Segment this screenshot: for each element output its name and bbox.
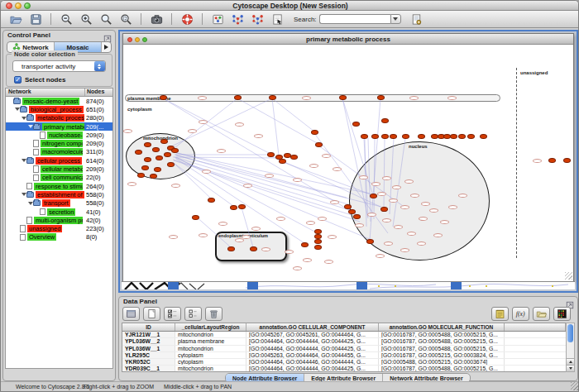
import-icon[interactable]: [533, 307, 550, 321]
graph-node[interactable]: [164, 152, 171, 157]
graph-node[interactable]: [548, 158, 556, 163]
graph-node[interactable]: [348, 209, 356, 214]
graph-node[interactable]: [250, 246, 257, 251]
select-attributes-icon[interactable]: [164, 307, 181, 321]
graph-node[interactable]: [311, 130, 318, 135]
help-icon[interactable]: [179, 12, 194, 26]
background-window-fragments[interactable]: [122, 281, 575, 289]
tree-item[interactable]: secretion41(0): [6, 208, 112, 216]
expand-arrow-icon[interactable]: [27, 202, 33, 205]
column-header[interactable]: _cellularLayoutRegion: [175, 323, 246, 331]
graph-node[interactable]: [144, 157, 151, 162]
scroll-up-button[interactable]: [567, 358, 574, 365]
scrollbar-thumb[interactable]: [567, 324, 573, 342]
unselect-attributes-icon[interactable]: [184, 307, 202, 321]
graph-node[interactable]: [315, 142, 323, 147]
graph-node[interactable]: [380, 207, 388, 212]
zoom-out-icon[interactable]: [59, 12, 74, 26]
notepad-icon[interactable]: [491, 307, 509, 321]
graph-node[interactable]: [450, 134, 457, 139]
graph-node[interactable]: [381, 118, 389, 123]
graph-node[interactable]: [301, 242, 309, 247]
graph-node[interactable]: [361, 134, 368, 139]
tab-overflow-arrow[interactable]: [102, 42, 111, 52]
save-session-icon[interactable]: [409, 12, 424, 26]
graph-node[interactable]: [366, 239, 374, 244]
tree-item[interactable]: transport558(0): [6, 199, 112, 208]
heatmap-icon[interactable]: [553, 307, 571, 321]
tree-item[interactable]: nucleobase-209(0): [6, 131, 112, 139]
annotation-icon[interactable]: [270, 12, 285, 26]
graph-node[interactable]: [227, 246, 235, 251]
expand-arrow-icon[interactable]: [21, 193, 26, 196]
graph-node[interactable]: [234, 95, 242, 100]
tree-item[interactable]: metabolic process280(0): [6, 114, 112, 122]
graph-node[interactable]: [371, 134, 379, 139]
tree-item[interactable]: response to stimulu264(0): [6, 182, 112, 190]
window-resize-grip[interactable]: [565, 272, 572, 280]
create-attribute-icon[interactable]: [143, 307, 160, 321]
table-row[interactable]: YDR039C__1mitochondrion[GO:0044464, GO:0…: [122, 366, 566, 372]
tree-item[interactable]: primary metabo209(...: [6, 122, 112, 131]
tree-item[interactable]: unassigned223(0): [6, 224, 112, 232]
delete-attribute-icon[interactable]: [205, 307, 223, 321]
graph-node[interactable]: [160, 139, 168, 144]
expand-arrow-icon[interactable]: [14, 108, 20, 111]
graph-node[interactable]: [381, 134, 389, 139]
table-row[interactable]: YKR052Ccytoplasm[GO:0044464, GO:0044446,…: [122, 359, 566, 366]
search-input[interactable]: [319, 14, 390, 24]
network-canvas[interactable]: plasma membrane cytoplasm mitochondrion …: [123, 45, 573, 281]
graph-node[interactable]: [279, 159, 286, 164]
graph-node[interactable]: [314, 245, 322, 250]
expand-arrow-icon[interactable]: [21, 117, 26, 120]
graph-node[interactable]: [192, 215, 199, 220]
float-panel-icon[interactable]: [103, 31, 112, 40]
tree-item[interactable]: macromolecule311(0): [6, 148, 112, 156]
snapshot-icon[interactable]: [149, 12, 164, 26]
float-panel-icon[interactable]: [566, 298, 575, 306]
graph-node[interactable]: [339, 95, 347, 100]
graph-node[interactable]: [137, 173, 145, 178]
expand-arrow-icon[interactable]: [27, 125, 33, 128]
graph-node[interactable]: [238, 204, 246, 209]
tree-item[interactable]: establishment of lo558(0): [6, 190, 112, 198]
tree-item[interactable]: biological_process651(0): [6, 105, 112, 113]
graph-node[interactable]: [402, 134, 409, 139]
select-nodes-checkbox[interactable]: ✓: [14, 76, 22, 84]
graph-node[interactable]: [144, 142, 151, 147]
graph-node[interactable]: [167, 162, 175, 167]
layout-red-icon[interactable]: [250, 12, 265, 26]
graph-node[interactable]: [390, 134, 397, 139]
graph-node[interactable]: [344, 204, 352, 209]
tree-item[interactable]: Overview8(0): [6, 233, 112, 241]
graph-node[interactable]: [352, 122, 360, 127]
tree-item[interactable]: nitrogen compo209(0): [6, 139, 112, 147]
graph-node[interactable]: [208, 198, 215, 203]
column-header[interactable]: ID: [122, 323, 175, 331]
table-scrollbar[interactable]: [566, 323, 575, 372]
attribute-table-icon[interactable]: [122, 307, 140, 321]
table-row[interactable]: YPL036W__1mitochondrion[GO:0044464, GO:0…: [122, 346, 566, 352]
graph-node[interactable]: [353, 214, 361, 219]
open-file-icon[interactable]: [8, 12, 23, 26]
tree-header-nodes[interactable]: Nodes: [84, 88, 112, 96]
graph-node[interactable]: [267, 152, 275, 157]
table-row[interactable]: YPL036W__2plasma membrane[GO:0044464, GO…: [122, 338, 566, 345]
tree-item[interactable]: mosaic-demo-yeast874(0): [6, 97, 112, 105]
zoom-fit-icon[interactable]: [118, 12, 133, 26]
app-resize-grip[interactable]: [571, 382, 579, 390]
graph-node[interactable]: [160, 95, 167, 100]
column-header[interactable]: annotation.GO CELLULAR_COMPONENT: [246, 323, 379, 331]
graph-node[interactable]: [467, 134, 475, 139]
node-color-dropdown[interactable]: transporter activity: [12, 60, 106, 72]
graph-node[interactable]: [154, 167, 161, 172]
graph-node[interactable]: [269, 95, 276, 100]
tree-item[interactable]: multi-organism pro42(0): [6, 216, 112, 224]
graph-node[interactable]: [135, 150, 142, 155]
graph-node[interactable]: [141, 165, 149, 170]
search-dropdown-button[interactable]: [390, 14, 401, 24]
graph-node[interactable]: [370, 194, 377, 198]
zoom-in-icon[interactable]: [79, 12, 93, 26]
network-view-titlebar[interactable]: primary metabolic process: [123, 34, 573, 45]
graph-node[interactable]: [377, 95, 385, 100]
